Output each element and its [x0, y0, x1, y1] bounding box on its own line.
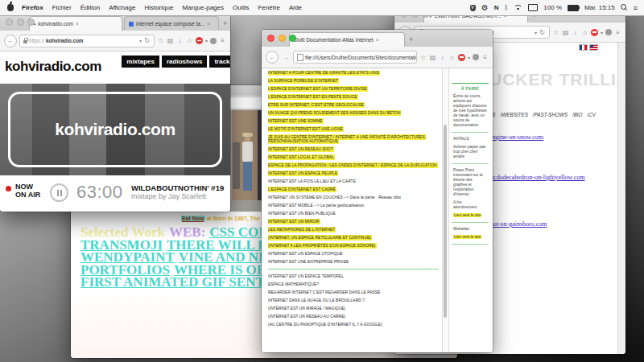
- hypothesis-item: INTERNET EST UNE SOMME: [268, 119, 439, 124]
- bookmark-star-icon[interactable]: ☆: [419, 54, 427, 61]
- url-host: kohviradio.com: [46, 38, 84, 43]
- gear-icon[interactable]: ⚙: [481, 4, 489, 12]
- adblock-dropdown-icon[interactable]: ▾: [601, 30, 603, 35]
- hero-frame: kohviradio.com: [8, 92, 222, 167]
- reload-icon[interactable]: ↻: [143, 37, 151, 44]
- kohviradio-logo[interactable]: kohviradio.com: [5, 59, 101, 75]
- menu-item[interactable]: Aide: [289, 4, 302, 11]
- hypothesis-item: INTERNET A POUR CENTRE DE GRAVITE LES ET…: [268, 71, 439, 76]
- pause-button[interactable]: [50, 183, 68, 202]
- notification-center-icon[interactable]: ≡: [634, 4, 638, 12]
- eat-now-link[interactable]: Eat Now: [181, 216, 205, 221]
- tab-documentation[interactable]: Outil Documentation Atlas Internet ×: [289, 32, 405, 47]
- adblock-dropdown-icon[interactable]: ▾: [468, 55, 470, 60]
- us-flag-icon[interactable]: [589, 44, 598, 51]
- n-status-icon[interactable]: N: [494, 4, 499, 11]
- url-field[interactable]: file:///Users/Drulhe/Documents/Sites/doc…: [293, 51, 417, 64]
- todo-entries: Écrire de courts articles qui expliquent…: [452, 94, 489, 245]
- menu-item[interactable]: Firefox: [22, 4, 43, 11]
- tab-bar: Outil Documentation Atlas Internet × +: [262, 30, 493, 47]
- menu-item[interactable]: Édition: [80, 4, 100, 11]
- url-field[interactable]: https://kohviradio.com ▾ ↻: [19, 35, 155, 47]
- site-nav-item[interactable]: /BIO: [572, 112, 583, 117]
- archive-icon[interactable]: ▤: [167, 37, 174, 44]
- scrollbar-thumb[interactable]: [444, 125, 447, 318]
- display-icon[interactable]: [528, 4, 538, 11]
- download-icon[interactable]: ↓: [439, 54, 446, 61]
- ghostery-icon[interactable]: [473, 54, 479, 60]
- site-nav-item[interactable]: /PAST-SHOWS: [533, 112, 568, 117]
- page-heading-fragment: UCKER TRILLIS: [489, 70, 625, 89]
- adblock-icon[interactable]: [591, 29, 598, 36]
- ghostery-icon[interactable]: [605, 29, 612, 35]
- menu-hamburger-icon[interactable]: ≡: [614, 29, 621, 36]
- todo-entry: A lire attentivement:: [453, 200, 487, 210]
- vpn-shield-icon[interactable]: [470, 5, 476, 11]
- wifi-icon[interactable]: [514, 5, 522, 11]
- home-icon[interactable]: ⌂: [581, 29, 588, 36]
- hypothesis-item: (INTERNET EST UN RESEAU AU CARRE): [268, 315, 439, 319]
- desktop: FirefoxFichierÉditionAffichageHistorique…: [0, 0, 644, 362]
- menu-item[interactable]: Affichage: [109, 4, 135, 11]
- archive-icon[interactable]: ▤: [562, 29, 569, 36]
- site-nav-item[interactable]: /CV: [588, 112, 597, 117]
- home-icon[interactable]: ⌂: [448, 54, 456, 61]
- documentation-page: INTERNET A POUR CENTRE DE GRAVITE LES ET…: [262, 68, 493, 352]
- bookmark-star-icon[interactable]: ☆: [157, 37, 164, 44]
- hypothesis-item: INTERNET EST UN MIROIR: [268, 220, 439, 224]
- browser-window-kohviradio: ▪ kohviradio.com × internet espace compo…: [0, 14, 230, 212]
- kohviradio-nav-item[interactable]: mixtapes: [122, 56, 159, 68]
- menu-item[interactable]: Historique: [144, 4, 173, 11]
- tab-close-icon[interactable]: ×: [376, 37, 379, 43]
- bluetooth-icon[interactable]: ᛒ: [504, 4, 508, 11]
- todo-entry: Lien vers le site: [453, 213, 487, 218]
- new-tab-button[interactable]: +: [223, 17, 227, 27]
- tab-kohviradio[interactable]: ▪ kohviradio.com ×: [29, 16, 122, 31]
- tab-bar: ▪ kohviradio.com × internet espace compo…: [0, 14, 230, 31]
- download-icon[interactable]: ↓: [176, 37, 184, 44]
- reload-icon[interactable]: ↻: [539, 29, 546, 36]
- url-scheme: https://: [29, 38, 44, 43]
- back-button[interactable]: ←: [4, 35, 17, 47]
- kohviradio-nav-item[interactable]: tracks: [209, 56, 230, 68]
- site-favicon: [129, 22, 134, 27]
- url-dropdown-icon[interactable]: ▾: [139, 38, 142, 43]
- page-scrollbar[interactable]: [617, 43, 625, 354]
- traffic-lights[interactable]: [6, 19, 35, 26]
- todo-entry: [452, 244, 489, 245]
- menu-item[interactable]: Outils: [233, 4, 249, 11]
- work-link[interactable]: FIRST ANIMATED GIF SENT INT: [80, 274, 292, 290]
- site-nav-item[interactable]: /WEBSITES: [501, 112, 528, 117]
- bookmark-star-icon[interactable]: ☆: [552, 29, 559, 36]
- home-icon[interactable]: ⌂: [186, 37, 193, 44]
- ghostery-icon[interactable]: [210, 38, 217, 44]
- french-flag-icon[interactable]: [579, 44, 588, 51]
- back-button[interactable]: ←: [266, 51, 279, 64]
- traffic-lights[interactable]: [267, 35, 296, 42]
- new-tab-button[interactable]: +: [409, 33, 413, 43]
- battery-icon[interactable]: [568, 5, 579, 11]
- menu-clock[interactable]: Mar. 15:15: [584, 4, 615, 11]
- lock-icon: [23, 40, 27, 43]
- macos-menu-bar: FirefoxFichierÉditionAffichageHistorique…: [0, 0, 644, 16]
- kohviradio-nav-item[interactable]: radioshows: [162, 56, 207, 68]
- spotlight-search-icon[interactable]: [621, 4, 628, 11]
- forward-button[interactable]: →: [281, 52, 291, 62]
- hypothesis-item: [268, 269, 439, 269]
- adblock-dropdown-icon[interactable]: ▾: [205, 38, 208, 43]
- archive-icon[interactable]: ▤: [429, 54, 436, 61]
- apple-icon[interactable]: [7, 4, 14, 11]
- menu-item[interactable]: Fenêtre: [258, 4, 280, 11]
- url-dropdown-icon[interactable]: ▾: [535, 30, 537, 35]
- adblock-icon[interactable]: [196, 37, 203, 44]
- menu-item[interactable]: Marque-pages: [182, 4, 224, 11]
- tab-close-icon[interactable]: ×: [76, 21, 79, 27]
- tab-close-icon[interactable]: ×: [207, 21, 210, 27]
- tab-internet-espace[interactable]: internet espace composé ta... ×: [124, 16, 219, 31]
- list-scrollbar[interactable]: [442, 68, 449, 352]
- adblock-icon[interactable]: [458, 54, 465, 61]
- menu-hamburger-icon[interactable]: ≡: [481, 54, 489, 61]
- menu-item[interactable]: Fichier: [52, 4, 72, 11]
- download-icon[interactable]: ↓: [572, 29, 579, 36]
- menu-hamburger-icon[interactable]: ≡: [219, 37, 226, 44]
